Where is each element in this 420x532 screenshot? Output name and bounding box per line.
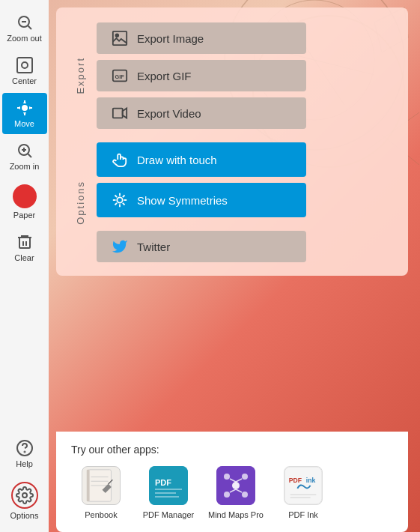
svg-rect-27 [113, 109, 123, 118]
export-video-label: Export Video [137, 107, 201, 120]
svg-text:PDF: PDF [289, 477, 302, 484]
export-video-icon [112, 105, 128, 121]
svg-point-10 [22, 62, 28, 68]
svg-point-52 [224, 492, 230, 498]
sidebar-item-move[interactable]: Move [2, 93, 47, 134]
export-section: Export Export Image GIF Export GIF [71, 22, 393, 129]
paper-circle [13, 184, 37, 208]
sidebar-item-zoom-in[interactable]: Zoom in [2, 136, 47, 177]
svg-point-50 [224, 474, 230, 480]
draw-touch-label: Draw with touch [137, 154, 217, 166]
app-item-pdf-ink[interactable]: PDF ink PDF Ink [273, 466, 333, 520]
svg-point-22 [22, 493, 27, 498]
apps-section: Try our other apps: Penbook [56, 432, 408, 532]
svg-point-24 [116, 34, 119, 37]
mindmaps-icon [216, 466, 255, 505]
svg-point-51 [242, 474, 248, 480]
apps-title: Try our other apps: [71, 444, 393, 456]
clear-icon [16, 233, 34, 251]
svg-line-16 [28, 154, 31, 158]
export-image-icon [112, 30, 128, 46]
sidebar-item-options[interactable]: Options [2, 476, 47, 526]
app-item-penbook[interactable]: Penbook [71, 466, 131, 520]
svg-point-53 [242, 492, 248, 498]
options-section: Options Draw with touch [71, 142, 393, 262]
export-buttons: Export Image GIF Export GIF Export Video [97, 22, 306, 129]
move-icon [16, 99, 34, 117]
sidebar: Zoom out Center Move Zoom in Paper [0, 0, 49, 532]
pdf-manager-label: PDF Manager [143, 510, 194, 520]
penbook-label: Penbook [85, 510, 117, 520]
svg-rect-46 [155, 492, 176, 494]
sidebar-label-options: Options [10, 511, 39, 520]
zoom-out-icon [16, 13, 34, 31]
sidebar-label-clear: Clear [14, 253, 34, 262]
sidebar-item-clear[interactable]: Clear [2, 227, 47, 268]
export-gif-icon: GIF [112, 67, 128, 84]
app-item-pdf-manager[interactable]: PDF PDF Manager [139, 466, 198, 520]
export-image-label: Export Image [137, 32, 204, 45]
mind-maps-pro-label: Mind Maps Pro [208, 510, 264, 520]
sidebar-label-move: Move [14, 119, 34, 128]
options-label: Options [71, 181, 86, 225]
svg-rect-23 [113, 31, 127, 45]
svg-text:ink: ink [306, 477, 316, 484]
twitter-button[interactable]: Twitter [97, 231, 306, 262]
sidebar-item-help[interactable]: Help [2, 433, 47, 474]
options-border-circle [11, 482, 38, 509]
app-item-mind-maps-pro[interactable]: Mind Maps Pro [206, 466, 266, 520]
export-video-button[interactable]: Export Video [97, 97, 306, 129]
svg-point-12 [22, 106, 27, 110]
svg-point-21 [24, 452, 25, 453]
show-symmetries-label: Show Symmetries [137, 194, 228, 207]
svg-rect-45 [155, 489, 182, 490]
svg-rect-17 [19, 238, 30, 248]
sidebar-label-paper: Paper [13, 211, 35, 220]
sidebar-item-zoom-out[interactable]: Zoom out [2, 7, 47, 49]
twitter-label: Twitter [137, 241, 170, 253]
export-gif-button[interactable]: GIF Export GIF [97, 60, 306, 91]
svg-rect-61 [290, 494, 317, 495]
svg-line-34 [123, 203, 125, 205]
center-icon [16, 56, 34, 74]
svg-rect-47 [155, 496, 179, 498]
svg-line-33 [115, 195, 117, 197]
main-panel: Export Export Image GIF Export GIF [56, 7, 408, 276]
penbook-icon [82, 466, 121, 505]
twitter-icon [112, 238, 128, 255]
pdf-manager-icon: PDF [149, 466, 188, 505]
options-gear-icon [16, 486, 34, 504]
symmetry-icon [112, 192, 128, 208]
draw-touch-button[interactable]: Draw with touch [97, 142, 306, 177]
svg-point-28 [117, 197, 122, 202]
sidebar-label-zoom-in: Zoom in [10, 162, 40, 171]
sidebar-label-help: Help [16, 459, 33, 468]
touch-icon [112, 151, 128, 168]
svg-line-35 [115, 203, 117, 205]
pdfink-icon: PDF ink [284, 466, 323, 505]
svg-rect-62 [290, 497, 311, 498]
export-label: Export [71, 57, 86, 94]
export-gif-label: Export GIF [137, 70, 192, 82]
svg-line-9 [28, 26, 31, 30]
svg-rect-11 [17, 58, 32, 73]
options-buttons: Draw with touch Show Symmetries [97, 142, 306, 262]
svg-point-49 [232, 482, 240, 489]
sidebar-label-center: Center [12, 76, 37, 85]
svg-rect-38 [87, 470, 90, 501]
sidebar-item-center[interactable]: Center [2, 50, 47, 91]
zoom-in-icon [16, 142, 34, 160]
pdf-ink-label: PDF Ink [288, 510, 318, 520]
apps-grid: Penbook PDF PDF Manager [71, 466, 393, 520]
export-image-button[interactable]: Export Image [97, 22, 306, 54]
sidebar-item-paper[interactable]: Paper [2, 178, 47, 226]
show-symmetries-button[interactable]: Show Symmetries [97, 183, 306, 217]
svg-line-36 [123, 195, 125, 197]
help-icon [16, 439, 34, 457]
sidebar-label-zoom-out: Zoom out [7, 34, 41, 43]
svg-text:GIF: GIF [115, 73, 125, 80]
svg-text:PDF: PDF [155, 478, 171, 487]
